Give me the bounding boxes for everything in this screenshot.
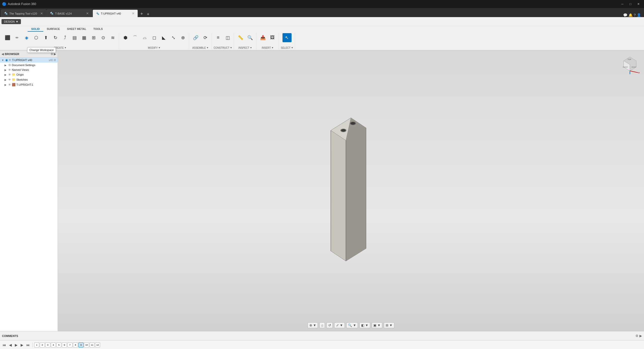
tree-item-root[interactable]: ▼ ◉ 👁 T-UPRIGHT v40 v40 ⚙ — [0, 58, 58, 63]
design-workspace-btn[interactable]: DESIGN ▼ — [2, 19, 21, 24]
chamfer-btn[interactable]: ⌓ — [140, 33, 149, 42]
comments-settings-btn[interactable]: ⚙ — [635, 334, 638, 338]
tree-item-body[interactable]: ▶ 👁 🟫 T-UPRIGHT:1 — [0, 82, 58, 87]
comments-expand-btn[interactable]: ▶ — [639, 334, 642, 338]
zoom-extent-btn[interactable]: ⤢ ▼ — [334, 322, 345, 328]
axis-indicator[interactable]: TOP FRONT RIGHT Z X — [620, 55, 640, 75]
grid-snap-btn[interactable]: ⊞ ▼ — [384, 322, 394, 328]
timeline-frame-11[interactable]: 11 — [90, 342, 95, 347]
section-tab-tools[interactable]: TOOLS — [90, 27, 106, 32]
timeline-frame-4[interactable]: 4 — [51, 342, 56, 347]
tree-item-sketches[interactable]: ▶ 👁 📁 Sketches — [0, 77, 58, 82]
offset-plane-btn[interactable]: ≡ — [214, 33, 223, 42]
close-btn[interactable]: ✕ — [635, 1, 642, 7]
measure-btn[interactable]: 📏 — [236, 33, 245, 42]
combine-btn[interactable]: ⊕ — [178, 33, 187, 42]
timeline-frame-7[interactable]: 7 — [67, 342, 72, 347]
select-arrow: ▼ — [291, 46, 293, 49]
section-tab-solid[interactable]: SOLID — [28, 27, 43, 32]
timeline-frame-12[interactable]: 12 — [95, 342, 100, 347]
comments-btn[interactable]: 💬 — [623, 13, 627, 17]
joint-btn[interactable]: 🔗 — [191, 33, 200, 42]
timeline-frame-5[interactable]: 5 — [56, 342, 61, 347]
extrude-btn[interactable]: ⬆ — [41, 33, 50, 42]
snap-nav-btn[interactable]: ⊕ ▼ — [308, 322, 318, 328]
timeline-first-btn[interactable]: ⏮ — [2, 342, 7, 347]
timeline-frame-3[interactable]: 3 — [45, 342, 50, 347]
tab-icon: 🔩 — [96, 12, 99, 15]
timeline-frame-9[interactable]: 9 — [78, 342, 84, 347]
timeline-prev-btn[interactable]: ◀ — [8, 342, 13, 347]
tab-close-btn[interactable]: ✕ — [40, 12, 43, 15]
fillet-btn[interactable]: ⌒ — [131, 33, 140, 42]
tab-menu-btn[interactable]: ≡ — [146, 12, 151, 17]
select-btn[interactable]: ↖ — [283, 33, 292, 42]
timeline-play-btn[interactable]: ▶ — [14, 342, 19, 347]
timeline-frame-2[interactable]: 2 — [40, 342, 45, 347]
timeline-frame-10[interactable]: 10 — [84, 342, 89, 347]
zoom-in-btn[interactable]: 🔍 ▼ — [346, 322, 358, 328]
tab-tapping[interactable]: 🔩 The Tapping Tool v120 ✕ — [1, 10, 46, 17]
revolve-btn[interactable]: ↻ — [51, 33, 60, 42]
settings-icon: ⚙ — [8, 63, 11, 67]
account-btn[interactable]: 👤 — [637, 13, 641, 17]
attach-canvas-btn[interactable]: 🖼 — [268, 33, 277, 42]
tree-item-named-views[interactable]: ▶ 👁 Named Views — [0, 68, 58, 72]
expand-arrow: ▼ — [2, 59, 5, 62]
orbit-nav-btn[interactable]: ↺ — [327, 322, 333, 328]
tab-tupright[interactable]: 🔩 T-UPRIGHT v40 ✕ — [93, 10, 138, 17]
notification-btn[interactable]: 🔔 — [628, 13, 633, 17]
item-label: Origin — [16, 73, 56, 76]
tree-item-doc-settings[interactable]: ▶ ⚙ Document Settings — [0, 63, 58, 68]
maximize-btn[interactable]: □ — [627, 1, 634, 7]
visibility-icon[interactable]: 👁 — [8, 73, 11, 76]
tree-item-origin[interactable]: ▶ 👁 📁 Origin — [0, 72, 58, 77]
tab-tbase[interactable]: 🔩 T-BASE v124 ✕ — [47, 10, 92, 17]
shell-btn[interactable]: ◻ — [150, 33, 159, 42]
browser-title: BROWSER — [5, 53, 50, 56]
svg-marker-1 — [331, 130, 346, 261]
display-settings-btn[interactable]: ◧ ▼ — [359, 322, 370, 328]
section-tab-sheet-metal[interactable]: SHEET METAL — [63, 27, 90, 32]
settings-icon[interactable]: ⚙ — [54, 59, 56, 62]
expand-arrow: ▶ — [5, 69, 8, 71]
create-form-btn[interactable]: ◈ — [22, 33, 31, 42]
left-panel: ◀ BROWSER ⚙ ▶ ▼ ◉ 👁 T-UPRIGHT v40 v40 ⚙ … — [0, 51, 58, 331]
viewport-nav: ⊕ ▼ ⌂ ↺ ⤢ ▼ 🔍 ▼ ◧ ▼ ▣ ▼ ⊞ ▼ — [308, 322, 394, 328]
viewport[interactable]: TOP FRONT RIGHT Z X ⊕ ▼ ⌂ ↺ ⤢ ▼ 🔍 ▼ ◧ ▼ … — [58, 51, 644, 331]
emboss-btn[interactable]: ⊞ — [89, 33, 98, 42]
derive-btn[interactable]: ⬡ — [32, 33, 41, 42]
timeline-frame-6[interactable]: 6 — [62, 342, 67, 347]
thread-btn[interactable]: ≋ — [108, 33, 117, 42]
minimize-btn[interactable]: ─ — [619, 1, 626, 7]
timeline-frame-1[interactable]: 1 — [34, 342, 39, 347]
plane-at-angle-btn[interactable]: ◫ — [223, 33, 232, 42]
scale-btn[interactable]: ⤡ — [169, 33, 178, 42]
timeline-last-btn[interactable]: ⏭ — [25, 342, 31, 347]
hole-btn[interactable]: ⊙ — [99, 33, 108, 42]
motion-link-btn[interactable]: ⟳ — [201, 33, 210, 42]
section-tab-surface[interactable]: SURFACE — [43, 27, 64, 32]
press-pull-btn[interactable]: ⬢ — [121, 33, 130, 42]
tab-close-btn[interactable]: ✕ — [132, 12, 135, 15]
new-tab-btn[interactable]: + — [139, 11, 145, 17]
visibility-icon[interactable]: 👁 — [8, 68, 11, 71]
visibility-icon[interactable]: 👁 — [8, 83, 11, 86]
timeline-frame-8[interactable]: 8 — [73, 342, 78, 347]
sweep-btn[interactable]: ⤴ — [60, 33, 69, 42]
draft-btn[interactable]: ◣ — [159, 33, 168, 42]
visual-style-btn[interactable]: ▣ ▼ — [372, 322, 382, 328]
timeline-next-btn[interactable]: ▶ — [20, 342, 24, 347]
new-component-btn[interactable]: ⬛ — [3, 33, 12, 42]
home-nav-btn[interactable]: ⌂ — [319, 322, 325, 328]
rib-btn[interactable]: ▦ — [79, 33, 89, 42]
create-sketch-btn[interactable]: ✏ — [13, 33, 22, 42]
inspect-btn[interactable]: 🔍 — [246, 33, 255, 42]
insert-btn[interactable]: 📥 — [258, 33, 267, 42]
visibility-icon[interactable]: 👁 — [8, 78, 11, 81]
panel-collapse-btn[interactable]: ◀ — [2, 52, 4, 56]
tab-close-btn[interactable]: ✕ — [86, 12, 89, 15]
visibility-icon[interactable]: 👁 — [9, 59, 11, 62]
loft-btn[interactable]: ▤ — [70, 33, 79, 42]
help-btn[interactable]: ? — [634, 13, 636, 17]
